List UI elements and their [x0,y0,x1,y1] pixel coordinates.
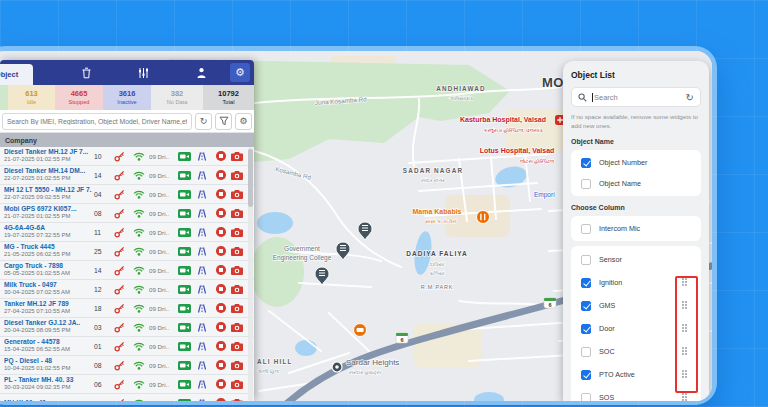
route-track-icon[interactable] [196,285,208,294]
wifi-signal-icon[interactable] [133,323,145,332]
vehicle-name-link[interactable]: Milk Truck - 0497 [4,281,92,289]
video-camera-icon[interactable] [178,266,191,275]
video-camera-icon[interactable] [178,209,191,218]
vehicle-row[interactable]: Diesel Tanker MH.14 DM... 22-07-2025 01:… [0,166,254,185]
ignition-key-icon[interactable] [114,379,125,390]
video-camera-icon[interactable] [178,152,191,161]
ignition-key-icon[interactable] [114,398,125,402]
scrollbar-thumb[interactable] [248,149,253,207]
stat-stopped[interactable]: 4665 Stopped [55,85,103,110]
column-option[interactable]: Sensor [571,248,701,271]
route-track-icon[interactable] [196,190,208,199]
vehicle-name-link[interactable]: Mobi GPS 6972 KI057... [4,205,92,213]
stop-button-icon[interactable] [216,360,226,370]
driver-person-icon[interactable] [196,67,208,79]
vehicle-name-link[interactable]: PL - Tanker MH. 40. 33 [4,376,92,384]
camera-icon[interactable] [231,361,243,370]
stop-button-icon[interactable] [216,189,226,199]
video-camera-icon[interactable] [178,304,191,313]
wifi-signal-icon[interactable] [133,342,145,351]
ignition-key-icon[interactable] [114,170,125,181]
checkbox[interactable] [581,278,591,288]
vehicle-row[interactable]: MH-KL00 - 42 07 09 Dri.. [0,394,254,401]
vehicle-name-link[interactable]: MH-KL00 - 42 [4,399,92,401]
ignition-key-icon[interactable] [114,341,125,352]
vehicle-name-link[interactable]: PQ - Diesel - 48 [4,357,92,365]
checkbox[interactable] [581,393,591,401]
video-camera-icon[interactable] [178,342,191,351]
company-column-header[interactable]: Company [0,133,254,147]
wifi-signal-icon[interactable] [133,361,145,370]
stop-button-icon[interactable] [216,227,226,237]
camera-icon[interactable] [231,152,243,161]
route-track-icon[interactable] [196,228,208,237]
ignition-key-icon[interactable] [114,322,125,333]
column-settings-gear-icon[interactable]: ⚙ [235,113,252,130]
route-track-icon[interactable] [196,380,208,389]
vehicle-name-link[interactable]: MG - Truck 4445 [4,243,92,251]
vehicle-row[interactable]: PL - Tanker MH. 40. 33 30-03-2024 09:02:… [0,375,254,394]
camera-icon[interactable] [231,266,243,275]
checkbox[interactable] [581,224,591,234]
ignition-key-icon[interactable] [114,360,125,371]
camera-icon[interactable] [231,228,243,237]
stat-idle[interactable]: 613 Idle [8,85,55,110]
wifi-signal-icon[interactable] [133,171,145,180]
camera-icon[interactable] [231,209,243,218]
tab-object[interactable]: Object [0,64,33,85]
checkbox[interactable] [581,324,591,334]
vehicle-name-link[interactable]: Tanker MH.12 JF 789 [4,300,92,308]
restaurant-marker[interactable] [477,211,490,224]
vehicle-name-link[interactable]: 4G-6A-4G-6A [4,224,92,232]
checkbox[interactable] [581,179,591,189]
settings-gear-icon[interactable]: ⚙ [230,63,250,82]
wifi-signal-icon[interactable] [133,304,145,313]
route-track-icon[interactable] [196,361,208,370]
vehicle-row[interactable]: PQ - Diesel - 48 10-04-2025 01:02:55 PM … [0,356,254,375]
vehicle-row[interactable]: Mobi GPS 6972 KI057... 21-07-2025 01:02:… [0,204,254,223]
video-camera-icon[interactable] [178,247,191,256]
stop-button-icon[interactable] [216,208,226,218]
vehicle-name-link[interactable]: Diesel Tanker MH.12 JF 7... [4,148,92,156]
video-camera-icon[interactable] [178,380,191,389]
wifi-signal-icon[interactable] [133,266,145,275]
route-track-icon[interactable] [196,266,208,275]
camera-icon[interactable] [231,304,243,313]
stop-button-icon[interactable] [216,284,226,294]
video-camera-icon[interactable] [178,171,191,180]
vehicle-row[interactable]: MH 12 LT 5550 - MH.12 JF 7... 22-07-2025… [0,185,254,204]
vehicle-row[interactable]: Diesel Tanker MH.12 JF 7... 21-07-2025 0… [0,147,254,166]
stop-button-icon[interactable] [216,265,226,275]
camera-icon[interactable] [231,399,243,402]
ignition-key-icon[interactable] [114,303,125,314]
wifi-signal-icon[interactable] [133,190,145,199]
filter-funnel-icon[interactable] [215,113,232,130]
intercom-option[interactable]: Intercom Mic [571,218,701,239]
lodging-marker[interactable] [354,324,367,337]
stop-button-icon[interactable] [216,151,226,161]
checkbox[interactable] [581,370,591,380]
poi-dot-marker[interactable] [332,362,342,372]
vehicle-row[interactable]: Generator - 44578 15-04-2025 06:52:55 AM… [0,337,254,356]
camera-icon[interactable] [231,323,243,332]
ignition-key-icon[interactable] [114,227,125,238]
vehicle-name-link[interactable]: MH 12 LT 5550 - MH.12 JF 7... [4,186,92,194]
vehicle-row[interactable]: Milk Truck - 0497 30-04-2025 07:02:55 AM… [0,280,254,299]
camera-icon[interactable] [231,171,243,180]
widget-search-box[interactable]: Search ↻ [571,87,701,107]
video-camera-icon[interactable] [178,228,191,237]
ignition-key-icon[interactable] [114,208,125,219]
video-camera-icon[interactable] [178,190,191,199]
ignition-key-icon[interactable] [114,151,125,162]
drag-handle-icon[interactable] [682,393,689,401]
stat-nodata[interactable]: 382 No Data [151,85,203,110]
camera-icon[interactable] [231,285,243,294]
vehicle-row[interactable]: MG - Truck 4445 21-05-2025 06:02:55 PM 2… [0,242,254,261]
object-name-option[interactable]: Object Number [571,152,701,173]
checkbox[interactable] [581,158,591,168]
stop-button-icon[interactable] [216,246,226,256]
stat-running[interactable] [0,85,8,110]
stop-button-icon[interactable] [216,398,226,401]
route-track-icon[interactable] [196,209,208,218]
wifi-signal-icon[interactable] [133,228,145,237]
